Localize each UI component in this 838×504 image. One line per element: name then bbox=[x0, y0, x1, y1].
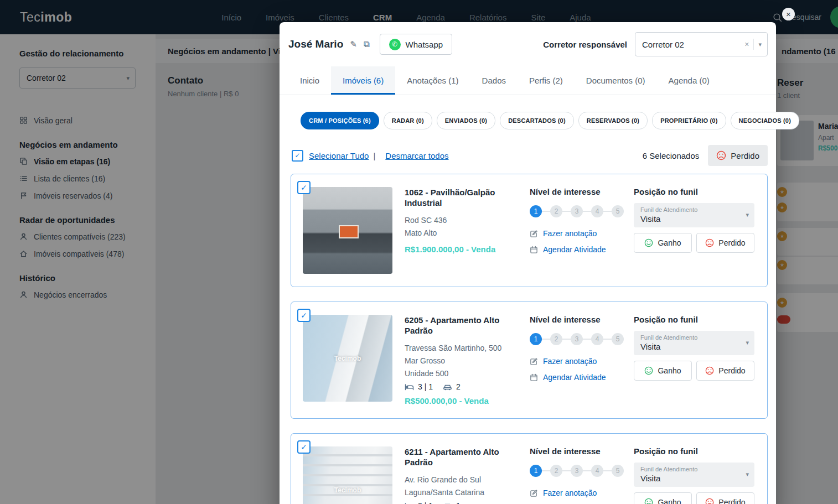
tab-dados[interactable]: Dados bbox=[470, 66, 518, 95]
interest-dot-2[interactable]: 2 bbox=[550, 205, 562, 217]
broker-select-value: Corretor 02 bbox=[642, 40, 684, 49]
edit-icon[interactable]: ✎ bbox=[350, 39, 357, 49]
car-icon bbox=[443, 383, 452, 391]
tab-agenda[interactable]: Agenda (0) bbox=[657, 66, 721, 95]
property-photo[interactable] bbox=[303, 187, 392, 274]
property-price: R$1.900.000,00 - Venda bbox=[405, 245, 521, 254]
note-icon bbox=[530, 230, 538, 238]
won-button[interactable]: Ganho bbox=[634, 492, 692, 504]
close-icon[interactable]: × bbox=[782, 8, 795, 20]
property-photo[interactable]: Tecimob bbox=[303, 315, 392, 402]
won-button[interactable]: Ganho bbox=[634, 233, 692, 253]
card-checkbox[interactable]: ✓ bbox=[297, 440, 311, 454]
interest-dot-5[interactable]: 5 bbox=[612, 465, 624, 477]
smile-face-icon bbox=[644, 366, 653, 375]
interest-dot-1[interactable]: 1 bbox=[530, 465, 542, 477]
interest-dot-3[interactable]: 3 bbox=[571, 205, 583, 217]
bulk-lost-label: Perdido bbox=[731, 151, 759, 160]
funnel-label: Posição no funil bbox=[634, 315, 754, 324]
interest-dot-1[interactable]: 1 bbox=[530, 205, 542, 217]
lost-button[interactable]: Perdido bbox=[696, 492, 754, 504]
property-neighborhood: Mar Grosso bbox=[405, 355, 521, 367]
interest-dot-1[interactable]: 1 bbox=[530, 333, 542, 345]
select-all-checkbox[interactable]: ✓ bbox=[292, 150, 303, 162]
copy-icon[interactable]: ⧉ bbox=[364, 39, 370, 49]
interest-dot-4[interactable]: 4 bbox=[591, 205, 603, 217]
lost-button[interactable]: Perdido bbox=[696, 233, 754, 253]
modal-header: José Mario ✎ ⧉ ✆ Whatsapp Corretor respo… bbox=[280, 22, 776, 56]
chevron-down-icon: ▾ bbox=[746, 211, 749, 219]
property-neighborhood: Mato Alto bbox=[405, 227, 521, 240]
filter-pills: CRM / POSIÇÕES (6) RADAR (0) ENVIADOS (0… bbox=[301, 112, 776, 129]
deselect-all-link[interactable]: Desmarcar todos bbox=[385, 151, 448, 160]
funnel-select[interactable]: Funil de Atendimento Visita ▾ bbox=[634, 463, 754, 487]
property-unit: Unidade 500 bbox=[405, 367, 521, 380]
whatsapp-button[interactable]: ✆ Whatsapp bbox=[380, 34, 453, 55]
smile-face-icon bbox=[644, 498, 653, 504]
card-checkbox[interactable]: ✓ bbox=[297, 309, 311, 322]
note-icon bbox=[530, 489, 538, 497]
chevron-down-icon: ▾ bbox=[754, 41, 762, 48]
funnel-label: Posição no funil bbox=[634, 446, 754, 456]
interest-dot-5[interactable]: 5 bbox=[612, 205, 624, 217]
interest-level-selector: 12345 bbox=[530, 465, 634, 477]
tab-inicio[interactable]: Inicio bbox=[288, 66, 331, 95]
interest-label: Nível de interesse bbox=[530, 446, 634, 456]
property-card-list: ✓ 1062 - Pavilhão/Galpão Industrial Rod … bbox=[291, 174, 768, 504]
property-title[interactable]: 6205 - Apartamento Alto Padrão bbox=[405, 315, 521, 336]
chevron-down-icon: ▾ bbox=[746, 339, 749, 346]
bed-icon bbox=[405, 383, 414, 391]
whatsapp-label: Whatsapp bbox=[406, 40, 443, 49]
won-button[interactable]: Ganho bbox=[634, 361, 692, 381]
funnel-select[interactable]: Funil de Atendimento Visita ▾ bbox=[634, 331, 754, 355]
sad-face-icon bbox=[705, 366, 714, 375]
property-title[interactable]: 1062 - Pavilhão/Galpão Industrial bbox=[405, 187, 521, 208]
tab-perfis[interactable]: Perfis (2) bbox=[518, 66, 575, 95]
pill-descartados[interactable]: DESCARTADOS (0) bbox=[500, 112, 574, 129]
selection-toolbar: ✓ Selecionar Tudo | Desmarcar todos 6 Se… bbox=[292, 145, 768, 166]
pill-radar[interactable]: RADAR (0) bbox=[384, 112, 432, 129]
schedule-activity-link[interactable]: Agendar Atividade bbox=[530, 245, 634, 254]
add-note-link[interactable]: Fazer anotação bbox=[530, 489, 634, 497]
interest-dot-2[interactable]: 2 bbox=[550, 333, 562, 345]
schedule-activity-link[interactable]: Agendar Atividade bbox=[530, 373, 634, 382]
interest-dot-3[interactable]: 3 bbox=[571, 465, 583, 477]
client-name: José Mario bbox=[288, 38, 343, 50]
property-title[interactable]: 6211 - Apartamento Alto Padrão bbox=[405, 446, 521, 467]
sad-face-icon bbox=[705, 238, 714, 247]
tab-anotacoes[interactable]: Anotações (1) bbox=[395, 66, 470, 95]
property-photo[interactable]: Tecimob bbox=[303, 446, 392, 504]
add-note-link[interactable]: Fazer anotação bbox=[530, 229, 634, 238]
calendar-icon bbox=[530, 246, 538, 254]
car-icon bbox=[443, 502, 452, 504]
selected-count: 6 Selecionados bbox=[643, 151, 700, 160]
funnel-select[interactable]: Funil de Atendimento Visita ▾ bbox=[634, 203, 754, 227]
card-checkbox[interactable]: ✓ bbox=[297, 181, 311, 194]
pill-crm-posicoes[interactable]: CRM / POSIÇÕES (6) bbox=[301, 112, 379, 129]
interest-dot-4[interactable]: 4 bbox=[591, 465, 603, 477]
interest-dot-3[interactable]: 3 bbox=[571, 333, 583, 345]
property-city: Laguna/Santa Catarina bbox=[405, 486, 521, 499]
pill-enviados[interactable]: ENVIADOS (0) bbox=[437, 112, 495, 129]
garage-feature: 1 bbox=[443, 501, 461, 504]
tab-documentos[interactable]: Documentos (0) bbox=[575, 66, 657, 95]
bedrooms-feature: 3 | 1 bbox=[405, 382, 433, 391]
chevron-down-icon: ▾ bbox=[746, 471, 749, 478]
tab-imoveis[interactable]: Imóveis (6) bbox=[331, 66, 395, 95]
interest-dot-5[interactable]: 5 bbox=[612, 333, 624, 345]
interest-dot-4[interactable]: 4 bbox=[591, 333, 603, 345]
broker-select[interactable]: Corretor 02 × ▾ bbox=[635, 32, 768, 56]
bulk-lost-button[interactable]: Perdido bbox=[708, 145, 768, 166]
broker-label: Corretor responsável bbox=[543, 40, 627, 49]
pill-reservados[interactable]: RESERVADOS (0) bbox=[578, 112, 648, 129]
lost-button[interactable]: Perdido bbox=[696, 361, 754, 381]
interest-level-selector: 12345 bbox=[530, 205, 634, 217]
select-all-link[interactable]: Selecionar Tudo bbox=[309, 151, 369, 160]
clear-icon[interactable]: × bbox=[740, 40, 753, 49]
client-detail-modal: × José Mario ✎ ⧉ ✆ Whatsapp Corretor res… bbox=[280, 22, 776, 504]
pill-proprietario[interactable]: PROPRIETÁRIO (0) bbox=[652, 112, 726, 129]
interest-dot-2[interactable]: 2 bbox=[550, 465, 562, 477]
interest-label: Nível de interesse bbox=[530, 315, 634, 324]
add-note-link[interactable]: Fazer anotação bbox=[530, 357, 634, 366]
pill-negociados[interactable]: NEGOCIADOS (0) bbox=[731, 112, 799, 129]
